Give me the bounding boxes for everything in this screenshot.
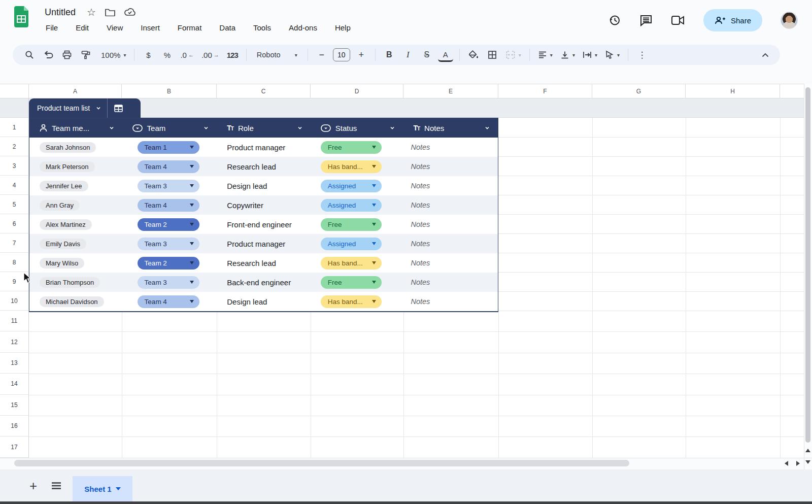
notes-cell[interactable]: Notes (403, 273, 498, 292)
notes-cell[interactable]: Notes (403, 195, 498, 215)
selection-tool-icon[interactable]: ▾ (603, 47, 622, 62)
role-cell[interactable]: Product manager (217, 138, 311, 157)
team-cell[interactable]: Team 3 (122, 176, 217, 195)
status-dropdown[interactable]: Assigned (321, 238, 382, 250)
row-header[interactable]: 15 (0, 395, 29, 416)
name-cell[interactable]: Mark Peterson (29, 157, 122, 176)
vertical-align-icon[interactable]: ▾ (558, 47, 577, 62)
menu-add-ons[interactable]: Add-ons (287, 22, 319, 33)
team-dropdown[interactable]: Team 4 (138, 199, 199, 212)
menu-view[interactable]: View (105, 22, 125, 33)
row-header[interactable]: 7 (0, 233, 29, 253)
role-cell[interactable]: Copywriter (217, 195, 311, 215)
sheet-tab-active[interactable]: Sheet 1 (73, 476, 132, 501)
scroll-up-icon[interactable] (805, 449, 810, 452)
row-header[interactable]: 6 (0, 214, 29, 233)
column-header-d[interactable]: D (311, 84, 403, 98)
team-cell[interactable]: Team 3 (122, 273, 217, 292)
column-header-g[interactable]: G (592, 84, 686, 98)
print-icon[interactable] (59, 47, 75, 62)
add-sheet-button[interactable]: + (29, 479, 37, 492)
menu-data[interactable]: Data (217, 22, 238, 33)
undo-icon[interactable] (41, 47, 56, 62)
row-header[interactable]: 2 (0, 137, 29, 156)
status-dropdown[interactable]: Has band... (321, 295, 382, 308)
status-cell[interactable]: Assigned (311, 234, 403, 253)
member-chip[interactable]: Michael Davidson (40, 296, 104, 307)
member-chip[interactable]: Jennifer Lee (40, 181, 88, 191)
row-header[interactable]: 1 (0, 118, 29, 137)
menu-help[interactable]: Help (333, 22, 353, 33)
table-header-role[interactable]: TT Role (217, 118, 311, 138)
status-dropdown[interactable]: Has band... (321, 160, 382, 173)
member-chip[interactable]: Sarah Johnson (40, 142, 96, 153)
sheet-tab-menu-icon[interactable] (116, 487, 121, 490)
table-header-team[interactable]: Team (122, 118, 217, 138)
cloud-status-icon[interactable] (124, 8, 136, 16)
row-header[interactable]: 4 (0, 176, 29, 195)
font-select[interactable]: Roboto▾ (253, 47, 301, 62)
chevron-down-icon[interactable] (204, 125, 209, 130)
team-cell[interactable]: Team 2 (122, 253, 217, 273)
team-dropdown[interactable]: Team 3 (138, 276, 199, 289)
team-cell[interactable]: Team 4 (122, 292, 217, 311)
menu-file[interactable]: File (44, 22, 60, 33)
status-cell[interactable]: Has band... (311, 157, 403, 176)
row-header[interactable]: 8 (0, 253, 29, 272)
name-cell[interactable]: Alex Martinez (29, 215, 122, 234)
column-header-f[interactable]: F (498, 84, 592, 98)
notes-cell[interactable]: Notes (403, 215, 498, 234)
row-header[interactable]: 5 (0, 195, 29, 214)
sheets-logo[interactable] (13, 6, 29, 28)
row-header[interactable]: 11 (0, 311, 29, 331)
status-dropdown[interactable]: Assigned (321, 180, 382, 192)
table-header-team-member[interactable]: Team me... (29, 118, 122, 138)
version-history-icon[interactable] (608, 14, 621, 27)
vertical-scrollbar-thumb[interactable] (805, 87, 810, 443)
table-header-status[interactable]: Status (311, 118, 403, 138)
team-dropdown[interactable]: Team 4 (138, 160, 199, 173)
strikethrough-button[interactable]: S (419, 47, 434, 62)
member-chip[interactable]: Mark Peterson (40, 161, 95, 172)
all-sheets-icon[interactable] (51, 482, 61, 490)
menu-insert[interactable]: Insert (139, 22, 162, 33)
team-cell[interactable]: Team 2 (122, 215, 217, 234)
team-cell[interactable]: Team 4 (122, 157, 217, 176)
status-dropdown[interactable]: Free (321, 141, 382, 154)
status-cell[interactable]: Has band... (311, 292, 403, 311)
team-dropdown[interactable]: Team 2 (138, 257, 199, 270)
notes-cell[interactable]: Notes (403, 138, 498, 157)
status-cell[interactable]: Assigned (311, 195, 403, 215)
name-cell[interactable]: Michael Davidson (29, 292, 122, 311)
role-cell[interactable]: Product manager (217, 234, 311, 253)
more-formats-button[interactable]: 123 (225, 47, 240, 62)
member-chip[interactable]: Alex Martinez (40, 219, 92, 230)
share-button[interactable]: Share (703, 9, 762, 31)
text-wrap-icon[interactable]: ▾ (581, 47, 599, 62)
status-dropdown[interactable]: Has band... (321, 257, 382, 270)
row-header[interactable]: 16 (0, 416, 29, 436)
row-header[interactable]: 14 (0, 374, 29, 394)
column-header-b[interactable]: B (122, 84, 217, 98)
notes-cell[interactable]: Notes (403, 176, 498, 195)
team-cell[interactable]: Team 4 (122, 195, 217, 215)
role-cell[interactable]: Design lead (217, 176, 311, 195)
team-dropdown[interactable]: Team 3 (138, 238, 199, 250)
menu-tools[interactable]: Tools (251, 22, 273, 33)
name-cell[interactable]: Sarah Johnson (29, 138, 122, 157)
menu-edit[interactable]: Edit (74, 22, 91, 33)
member-chip[interactable]: Emily Davis (40, 239, 86, 249)
italic-button[interactable]: I (400, 47, 416, 62)
search-icon[interactable] (22, 47, 37, 62)
status-dropdown[interactable]: Free (321, 276, 382, 289)
decrease-decimal-button[interactable]: .0← (178, 47, 196, 62)
scroll-down-icon[interactable] (805, 460, 810, 464)
role-cell[interactable]: Front-end engineer (217, 215, 311, 234)
paint-format-icon[interactable] (78, 47, 93, 62)
team-dropdown[interactable]: Team 4 (138, 295, 199, 308)
text-color-button[interactable]: A (438, 49, 453, 62)
chevron-down-icon[interactable] (390, 125, 395, 130)
row-header[interactable]: 12 (0, 331, 29, 352)
role-cell[interactable]: Design lead (217, 292, 311, 311)
team-cell[interactable]: Team 3 (122, 234, 217, 253)
